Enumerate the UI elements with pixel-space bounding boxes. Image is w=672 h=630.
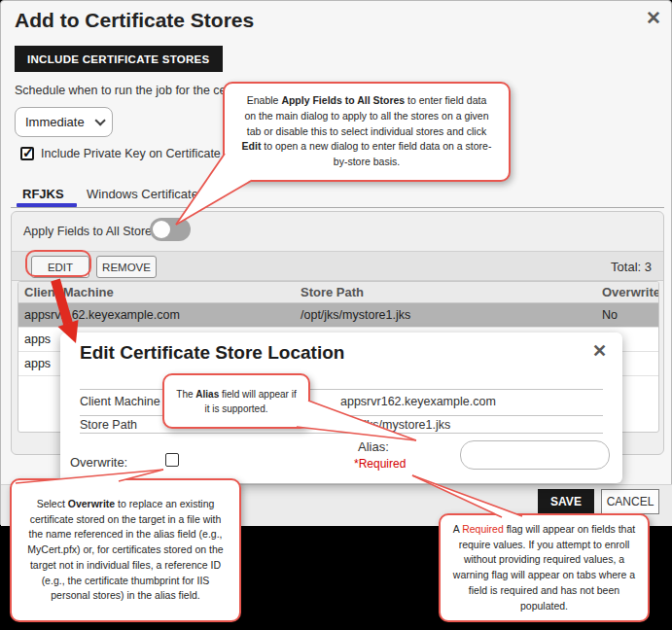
callout-overwrite-text: Select Overwrite to replace an existing … [23,497,228,604]
table-row[interactable]: appsrvr162.keyexample.com /opt/jks/mysto… [18,303,658,328]
page-title: Add to Certificate Stores [15,9,254,32]
cell-client-machine: appsrvr162.keyexample.com [18,308,295,322]
tab-divider [11,207,664,208]
overwrite-label: Overwrite: [70,455,127,470]
edit-button[interactable]: EDIT [31,256,89,278]
save-button[interactable]: SAVE [538,489,594,514]
schedule-select[interactable]: Immediate [15,107,113,137]
cell-store-path: /opt/jks/mystore1.jks [295,308,596,322]
tab-windows-certificate[interactable]: Windows Certificate [87,187,198,201]
include-certificate-stores-button[interactable]: INCLUDE CERTIFICATE STORES [15,46,223,72]
total-count: Total: 3 [611,260,652,274]
column-header-store-path[interactable]: Store Path [295,285,596,299]
chevron-down-icon [94,115,105,125]
divider [80,433,603,434]
apply-fields-toggle[interactable] [150,218,191,241]
callout-apply-fields: Enable Apply Fields to All Stores to ent… [223,82,511,182]
client-machine-value: appsrvr162.keyexample.com [340,395,496,408]
required-flag: *Required [354,457,406,471]
page: { "colors": { "annotation_red": "#e8564e… [0,0,672,630]
callout-alias: The Alias field will appear if it is sup… [162,373,310,429]
callout-required: A Required flag will appear on fields th… [439,513,650,622]
store-path-label: Store Path [80,418,137,432]
overwrite-checkbox[interactable] [165,453,179,467]
tab-rfjks[interactable]: RFJKS [22,187,64,201]
callout-required-text: A Required flag will appear on fields th… [448,522,640,614]
edit-dialog-title: Edit Certificate Store Location [80,342,344,364]
remove-button[interactable]: REMOVE [96,256,157,278]
toggle-knob [153,221,170,238]
cancel-button[interactable]: CANCEL [601,489,659,514]
table-toolbar: EDIT REMOVE Total: 3 [12,251,663,281]
schedule-select-value: Immediate [25,115,94,129]
private-key-checkbox[interactable] [20,147,34,160]
table-header: Client Machine Store Path Overwrite [18,282,658,303]
apply-fields-toggle-label: Apply Fields to All Stores [23,225,158,238]
column-header-overwrite[interactable]: Overwrite [596,285,658,299]
private-key-checkbox-label: Include Private Key on Certificate Sto [41,147,247,160]
callout-overwrite: Select Overwrite to replace an existing … [10,478,241,622]
alias-input[interactable] [460,440,610,470]
close-icon[interactable]: ✕ [646,7,661,29]
client-machine-label: Client Machine [80,395,160,408]
private-key-checkbox-row: Include Private Key on Certificate Sto [20,147,247,160]
cell-overwrite: No [596,308,658,322]
edit-certificate-store-location-dialog: Edit Certificate Store Location ✕ Client… [60,332,622,483]
close-icon[interactable]: ✕ [592,340,607,362]
column-header-client-machine[interactable]: Client Machine [18,285,295,299]
callout-alias-text: The Alias field will appear if it is sup… [174,387,299,416]
store-path-value: /opt/jks/mystore1.jks [340,418,450,432]
schedule-label: Schedule when to run the job for the cer… [15,84,225,97]
callout-apply-fields-text: Enable Apply Fields to All Stores to ent… [240,93,493,170]
divider [80,389,603,390]
alias-label: Alias: [358,439,389,454]
divider [80,415,603,416]
